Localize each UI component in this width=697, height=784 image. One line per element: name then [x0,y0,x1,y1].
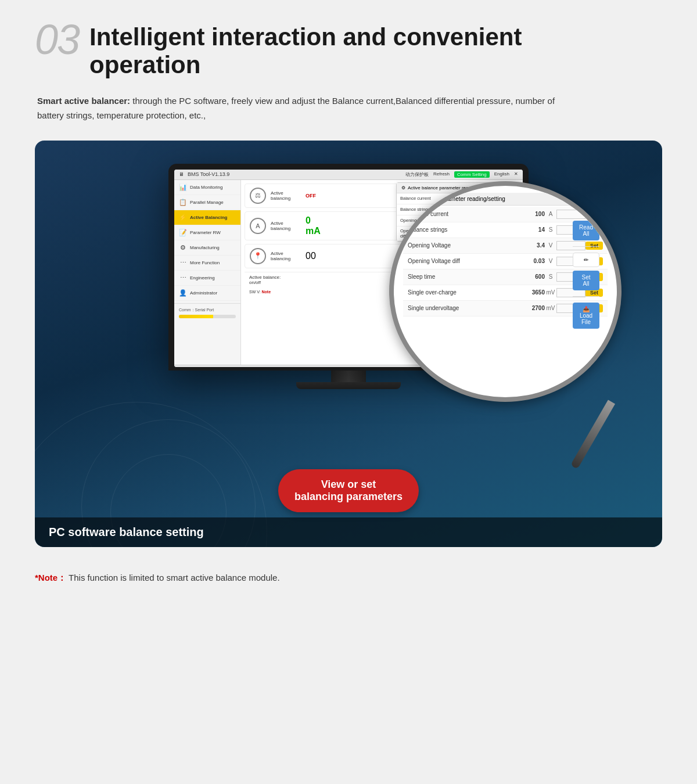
bms-window-icon: 🖥 [179,171,184,177]
edit-icon-btn[interactable]: ✏ [573,253,599,267]
sidebar-bottom: Comm：Serial Port [174,303,240,322]
view-balloon: View or set balancing parameters [278,469,419,512]
sidebar-item-manufacturing[interactable]: ⚙ Manufacturing [174,240,240,256]
monitor-wrapper: 🖥 BMS Tool-V1.13.9 动力保护板 Refresh Comm Se… [58,164,639,389]
refresh-label: Refresh [433,171,450,178]
sidebar-item-engineering[interactable]: ⋯ Engineering [174,271,240,286]
note-text: This function is limited to smart active… [69,573,280,582]
mag-set-btn-1[interactable]: Set [585,210,603,218]
language-label: English [494,171,509,178]
sidebar-label-manufacturing: Manufacturing [190,245,220,250]
title-block: Intelligent interaction and convenient o… [89,23,522,80]
magnifier-handle-wrapper [389,402,621,477]
balance-icon-2: A [250,218,266,234]
sw-v-label: SW V: [249,290,261,294]
mag-param-row-1: Balance current 100 A Set [403,207,608,222]
sidebar-item-more-function[interactable]: ⋯ More Function [174,256,240,271]
mag-param-input-1[interactable] [556,210,585,219]
sidebar-item-active-balancing[interactable]: ⚡ Active Balancing [174,210,240,225]
view-text-line2: balancing parameters [294,491,403,503]
balance-icon-1: ⚖ [250,188,266,204]
parallel-manage-icon: 📋 [179,199,187,206]
balance-value-3: 00 [306,251,316,261]
note-label: *Note： [35,573,66,582]
center-label: 动力保护板 [405,171,429,178]
monitor-neck [331,371,366,382]
balance-status-1: OFF [306,193,316,199]
monitor-base [296,382,401,389]
load-file-mag-btn[interactable]: 📥LoadFile [573,303,599,329]
sidebar-label-engineering: Engineering [190,275,215,280]
sidebar-label-more-function: More Function [190,260,220,265]
active-balance-label: Active balance:on/off [249,275,281,285]
mag-gear-icon: ⚙ [409,196,414,202]
magnifier-right-buttons: ReadAll ✏ SetAll 📥LoadFile [573,221,599,329]
page-title: Intelligent interaction and convenient o… [89,23,522,80]
administrator-icon: 👤 [179,289,187,297]
sidebar-label-parallel-manage: Parallel Manage [190,200,224,205]
bms-titlebar-left: 🖥 BMS Tool-V1.13.9 [179,171,229,177]
more-function-icon: ⋯ [179,259,187,267]
mag-panel-header: ⚙ balance parameter reading/setting [403,193,608,206]
active-balancing-icon: ⚡ [179,214,187,221]
divider-1 [573,246,599,247]
engineering-icon: ⋯ [179,274,187,282]
comm-setting-btn[interactable]: Comm Setting [454,171,490,178]
bms-title-label: BMS Tool-V1.13.9 [188,171,229,177]
divider-2 [573,296,599,297]
read-all-mag-btn[interactable]: ReadAll [573,221,599,240]
bms-titlebar: 🖥 BMS Tool-V1.13.9 动力保护板 Refresh Comm Se… [174,170,523,180]
sidebar-item-data-monitoring[interactable]: 📊 Data Monitoring [174,180,240,195]
header-section: 03 Intelligent interaction and convenien… [35,23,662,80]
sidebar-label-parameter-rw: Parameter RW [190,230,221,235]
progress-bar-fill [179,315,213,318]
parameter-rw-icon: 📝 [179,229,187,236]
data-monitoring-icon: 📊 [179,184,187,191]
balance-value-2: 0mA [306,215,321,236]
screenshot-container: 🖥 BMS Tool-V1.13.9 动力保护板 Refresh Comm Se… [35,141,662,547]
bms-titlebar-center: 动力保护板 Refresh Comm Setting English ✕ [405,171,518,178]
sidebar-item-parallel-manage[interactable]: 📋 Parallel Manage [174,195,240,210]
note-label: Note [262,290,271,294]
sidebar-item-administrator[interactable]: 👤 Administrator [174,286,240,301]
magnifier: ⚙ balance parameter reading/setting Bala… [389,181,621,402]
caption-bar: PC software balance setting [35,517,662,547]
sidebar-label-data-monitoring: Data Monitoring [190,185,222,190]
caption-text: PC software balance setting [49,526,204,538]
close-icon[interactable]: ✕ [514,171,518,178]
view-text-line1: View or set [294,479,403,491]
note-section: *Note： This function is limited to smart… [35,570,662,585]
balance-icon-3: 📍 [250,248,266,264]
mag-panel-title: balance parameter reading/setting [417,196,505,202]
description-section: Smart active balancer: through the PC so… [35,93,558,123]
sidebar-item-parameter-rw[interactable]: 📝 Parameter RW [174,225,240,240]
set-all-mag-btn[interactable]: SetAll [573,271,599,290]
balance-label-2: Activebalancing [271,221,306,231]
description-bold: Smart active balancer: [37,96,130,106]
balance-label-3: Activebalancing [271,251,306,261]
sidebar-label-active-balancing: Active Balancing [190,215,227,220]
progress-bar [179,315,236,318]
magnifier-handle [570,400,615,469]
magnifier-overlay: ⚙ balance parameter reading/setting Bala… [389,181,621,477]
balance-label-1: Activebalancing [271,190,306,201]
comm-label: Comm：Serial Port [179,307,236,313]
manufacturing-icon: ⚙ [179,244,187,251]
bms-sidebar: 📊 Data Monitoring 📋 Parallel Manage ⚡ Ac… [174,180,241,365]
section-number: 03 [35,19,79,60]
sidebar-label-administrator: Administrator [190,290,217,296]
